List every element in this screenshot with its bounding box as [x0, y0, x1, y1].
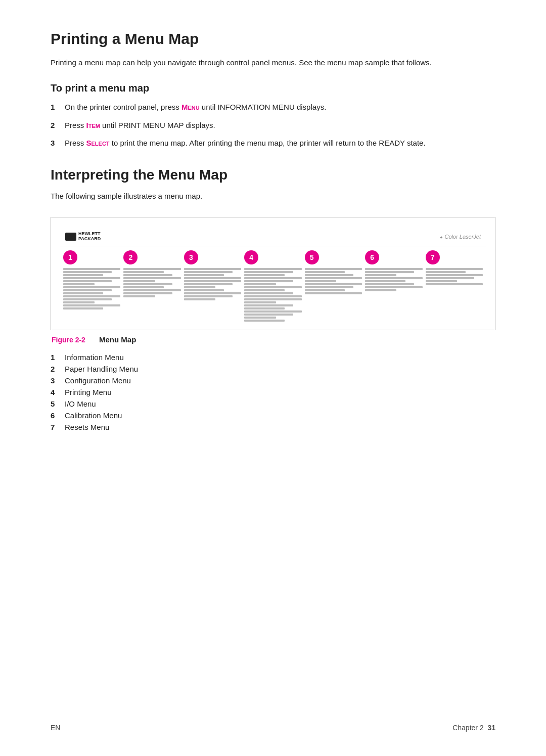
- col-line: [244, 320, 284, 322]
- col-line: [184, 280, 241, 282]
- list-item-2: 2 Paper Handling Menu: [51, 365, 495, 373]
- footer-page: 31: [487, 724, 495, 732]
- col-line: [365, 280, 405, 282]
- menu-keyword: Menu: [181, 103, 200, 111]
- list-item-4-label: Printing Menu: [65, 388, 112, 396]
- step-2-number: 2: [51, 119, 65, 131]
- step-2-content: Press Item until PRINT MENU MAP displays…: [65, 119, 495, 131]
- col-line: [63, 292, 103, 294]
- section2-intro: The following sample illustrates a menu …: [51, 190, 495, 202]
- col-line: [244, 292, 293, 294]
- col-line: [244, 301, 276, 303]
- col-badge-1: 1: [63, 250, 77, 264]
- hp-product-name: ⬥ Color LaserJet: [439, 234, 481, 240]
- col-line: [123, 292, 172, 294]
- col-line: [123, 286, 163, 288]
- list-item-7-label: Resets Menu: [65, 423, 109, 431]
- menu-col-2: 2: [123, 250, 180, 322]
- col-line: [63, 295, 120, 297]
- col-line: [63, 289, 112, 291]
- col-line: [244, 298, 301, 300]
- footer-right: Chapter 2 31: [452, 724, 495, 732]
- col-line: [244, 280, 293, 282]
- col-lines-4: [244, 268, 301, 322]
- col-line: [365, 286, 422, 288]
- section1-heading: To print a menu map: [51, 82, 495, 94]
- col-line: [63, 274, 103, 276]
- hp-header: HEWLETTPACKARD ⬥ Color LaserJet: [60, 232, 486, 246]
- list-item-2-label: Paper Handling Menu: [65, 365, 138, 373]
- step-3-content: Press Select to print the menu map. Afte…: [65, 137, 495, 149]
- menu-items-list: 1 Information Menu 2 Paper Handling Menu…: [51, 353, 495, 431]
- col-line: [365, 277, 422, 279]
- col-line: [63, 283, 95, 285]
- col-line: [123, 295, 155, 297]
- list-item-6-label: Calibration Menu: [65, 411, 122, 420]
- col-line: [244, 286, 301, 288]
- item-keyword: Item: [86, 121, 100, 129]
- col-line: [244, 310, 301, 313]
- col-line: [244, 317, 276, 319]
- col-line: [426, 280, 457, 282]
- col-lines-6: [365, 268, 422, 291]
- col-line: [244, 274, 284, 276]
- col-line: [123, 268, 180, 270]
- col-line: [123, 289, 180, 291]
- col-line: [305, 280, 336, 282]
- col-line: [305, 274, 353, 276]
- col-line: [184, 268, 241, 270]
- col-line: [244, 277, 301, 279]
- steps-list: 1 On the printer control panel, press Me…: [51, 101, 495, 149]
- figure-box: HEWLETTPACKARD ⬥ Color LaserJet 1: [51, 217, 495, 330]
- col-badge-4: 4: [244, 250, 258, 264]
- menu-col-3: 3: [184, 250, 241, 322]
- step-3: 3 Press Select to print the menu map. Af…: [51, 137, 495, 149]
- col-lines-1: [63, 268, 120, 309]
- step-1: 1 On the printer control panel, press Me…: [51, 101, 495, 113]
- figure-caption: Figure 2-2 Menu Map: [51, 335, 495, 344]
- col-line: [63, 271, 112, 273]
- step-3-number: 3: [51, 137, 65, 149]
- col-line: [426, 283, 483, 285]
- col-badge-5: 5: [305, 250, 319, 264]
- list-item-7-num: 7: [51, 423, 65, 431]
- col-line: [244, 304, 293, 306]
- list-item-4: 4 Printing Menu: [51, 388, 495, 396]
- list-item-7: 7 Resets Menu: [51, 423, 495, 431]
- list-item-1-label: Information Menu: [65, 353, 124, 362]
- list-item-3-num: 3: [51, 376, 65, 385]
- col-line: [365, 274, 396, 276]
- hp-brand-text: HEWLETTPACKARD: [78, 232, 101, 242]
- col-lines-5: [305, 268, 362, 294]
- list-item-5-num: 5: [51, 399, 65, 408]
- col-line: [184, 289, 224, 291]
- figure-title: Menu Map: [99, 335, 136, 344]
- col-line: [123, 271, 163, 273]
- hp-logo-box: [65, 233, 76, 241]
- intro-paragraph: Printing a menu map can help you navigat…: [51, 57, 495, 68]
- col-line: [305, 283, 362, 285]
- section2-heading: Interpreting the Menu Map: [51, 167, 495, 183]
- col-line: [123, 277, 180, 279]
- col-lines-3: [184, 268, 241, 300]
- col-line: [365, 289, 396, 291]
- col-badge-2: 2: [123, 250, 138, 264]
- col-line: [63, 286, 120, 288]
- col-line: [123, 280, 155, 282]
- col-line: [184, 274, 224, 276]
- menu-map-inner: HEWLETTPACKARD ⬥ Color LaserJet 1: [60, 227, 486, 322]
- col-line: [184, 277, 241, 279]
- col-line: [244, 268, 301, 270]
- page-footer: EN Chapter 2 31: [0, 724, 546, 732]
- step-1-number: 1: [51, 101, 65, 113]
- figure-label: Figure 2-2: [52, 336, 92, 344]
- col-line: [365, 271, 414, 273]
- list-item-5: 5 I/O Menu: [51, 399, 495, 408]
- col-line: [426, 277, 474, 279]
- list-item-1: 1 Information Menu: [51, 353, 495, 362]
- list-item-1-num: 1: [51, 353, 65, 362]
- col-line: [184, 286, 215, 288]
- menu-columns-row: 1: [60, 250, 486, 322]
- col-line: [63, 304, 120, 306]
- col-lines-7: [426, 268, 483, 285]
